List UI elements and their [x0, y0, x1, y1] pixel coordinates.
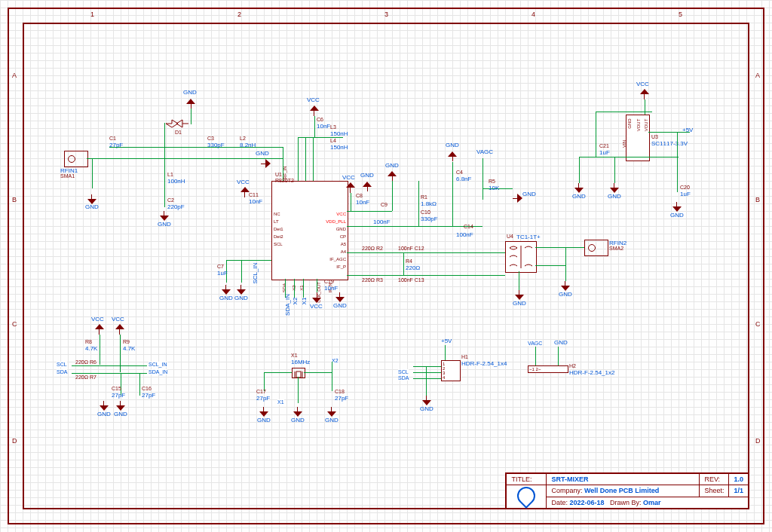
- vcc-label: VCC: [636, 81, 649, 87]
- c21-val: 1uF: [599, 149, 610, 156]
- c16-ref: C16: [142, 386, 152, 391]
- vcc-label: VCC: [307, 96, 320, 103]
- gnd-label: GND: [670, 212, 684, 219]
- l3-ref: L3: [330, 124, 336, 130]
- h1-ref: H1: [461, 354, 468, 359]
- gnd-label: GND: [158, 221, 171, 228]
- gnd-label: GND: [234, 295, 248, 301]
- d1-diode: [166, 118, 184, 126]
- gnd-icon: [221, 285, 231, 295]
- edge-top-5: 5: [679, 11, 682, 18]
- c7-ref: C7: [217, 264, 224, 269]
- gnd-label: GND: [183, 89, 197, 96]
- c8-ref: C8: [356, 193, 363, 198]
- vcc-label: VCC: [310, 303, 323, 310]
- u4-ref: U4: [507, 234, 513, 239]
- wire: [482, 158, 483, 200]
- vcc-arrow-icon: [345, 182, 356, 193]
- gnd-label: GND: [513, 300, 526, 307]
- vcc-arrow-icon: [94, 324, 105, 335]
- u1-ref: U1: [275, 172, 282, 177]
- edge-left-c: C: [12, 320, 17, 328]
- c17-val: 27pF: [256, 395, 270, 402]
- rev-label: REV:: [700, 474, 729, 485]
- wire: [579, 157, 596, 157]
- r8-ref: R8: [85, 339, 92, 344]
- c13-info: 100nF C13: [398, 277, 424, 283]
- l1-ref: L1: [167, 172, 173, 177]
- h1-val: HDR-F-2.54_1x4: [461, 360, 507, 367]
- sma2-ref: SMA2: [609, 246, 623, 251]
- gnd-icon: [326, 407, 337, 417]
- wire: [579, 157, 580, 183]
- c4-ref: C4: [456, 170, 463, 175]
- r5-val: 10K: [489, 185, 499, 191]
- gnd-icon: [99, 401, 109, 411]
- wire: [392, 181, 393, 211]
- l2-val: 8.2nH: [240, 142, 256, 148]
- scl-in-port: SCL_IN: [149, 362, 167, 367]
- c19-val: 10nF: [324, 285, 338, 292]
- r9-ref: R9: [123, 339, 130, 344]
- wire: [596, 157, 679, 157]
- gnd-icon: [159, 211, 170, 222]
- c12-info: 100nF C12: [398, 246, 424, 251]
- vagc-h2: VAGC: [528, 341, 542, 346]
- wire: [332, 362, 332, 372]
- wire: [294, 279, 295, 298]
- wire: [164, 158, 165, 196]
- vcc-label: VCC: [112, 316, 124, 323]
- wire: [614, 157, 615, 183]
- xtal: [292, 368, 305, 378]
- gnd-label: GND: [257, 417, 271, 423]
- x1-port: X1: [301, 298, 308, 305]
- wire: [332, 372, 332, 391]
- sma1-ref: SMA1: [60, 173, 75, 179]
- gnd-icon: [672, 202, 682, 212]
- v5-label: +5V: [682, 127, 693, 133]
- gnd-label: GND: [559, 291, 572, 298]
- sma2-connector: [584, 240, 608, 256]
- c18-val: 27pF: [335, 395, 348, 402]
- c11-val: 10nF: [249, 198, 262, 205]
- edge-left-b: B: [12, 196, 17, 203]
- r2-ref-val: 220Ω R2: [362, 246, 383, 251]
- c4-val: 6.8nF: [456, 176, 471, 182]
- wire: [413, 366, 441, 367]
- h2-ref: H2: [569, 363, 576, 368]
- gnd-icon: [236, 285, 247, 295]
- gnd-icon: [185, 98, 196, 109]
- x1-ref: X1: [291, 353, 298, 358]
- wire: [164, 196, 165, 207]
- wire: [305, 137, 306, 181]
- u3-val: SC1117-3.3V: [651, 140, 688, 147]
- c6-ref: C6: [317, 117, 323, 122]
- h2-header: ~1 2~: [528, 365, 568, 373]
- edge-left-d: D: [12, 437, 17, 445]
- gnd-icon: [574, 183, 584, 194]
- gnd-label: GND: [291, 417, 305, 423]
- c20-ref: C20: [680, 185, 690, 190]
- vcc-arrow-icon: [115, 324, 125, 335]
- wire: [72, 365, 147, 366]
- r9-val: 4.7K: [123, 345, 135, 352]
- wire: [558, 347, 559, 365]
- l1-val: 100nH: [167, 178, 185, 185]
- logo-icon: [513, 483, 539, 509]
- title-value: SRT-MIXER: [547, 474, 700, 485]
- x1-port: X1: [277, 399, 284, 405]
- wire: [109, 147, 283, 148]
- r6-info: 220Ω R6: [75, 359, 96, 365]
- u1-ic: RF_IN NC LT Det1 Det2 SCL VCC VDD_PLL GN…: [271, 181, 348, 280]
- c1-ref: C1: [109, 136, 116, 141]
- r3-ref-val: 220Ω R3: [362, 277, 383, 283]
- c15-val: 27pF: [112, 392, 125, 399]
- gnd-label: GND: [325, 417, 339, 423]
- c2-val: 220pF: [167, 203, 185, 210]
- gnd-label: GND: [219, 295, 233, 301]
- r4-val: 220Ω: [406, 264, 420, 271]
- wire: [264, 372, 292, 373]
- wire: [413, 378, 441, 379]
- r7-info: 220Ω R7: [75, 375, 96, 380]
- edge-right-a: A: [755, 72, 760, 79]
